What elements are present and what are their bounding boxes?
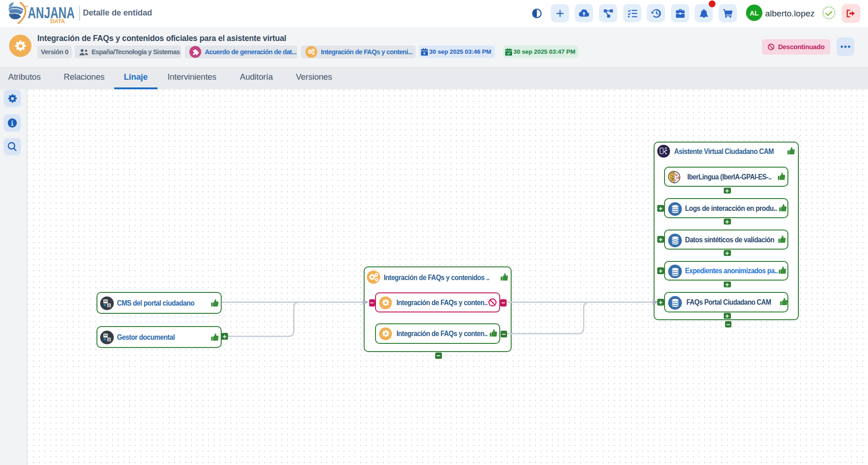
svg-text:DATA: DATA [51,18,66,25]
